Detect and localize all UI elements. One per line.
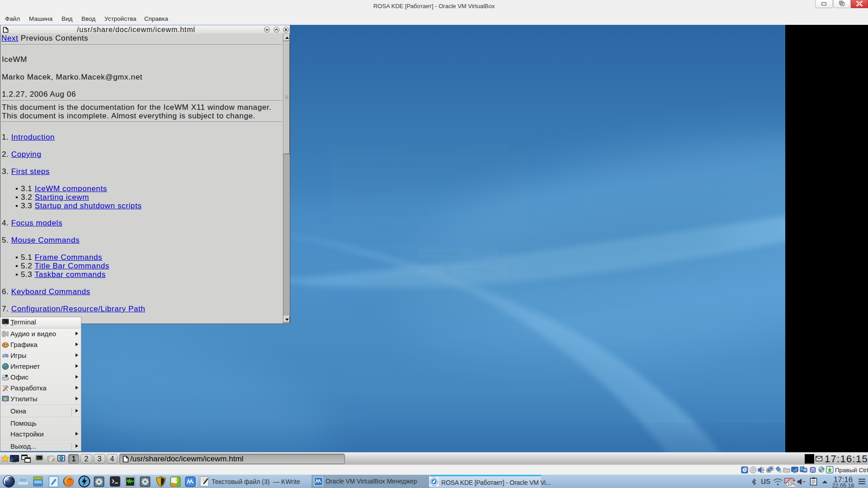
svg-text:Весь экран: Весь экран (353, 186, 390, 193)
svg-text:Показывать границы окна: Показывать границы окна (353, 224, 440, 231)
svg-text:Захват области экрана: Захват области экрана (353, 209, 429, 217)
svg-text:Только активное окно: Только активное окно (353, 197, 425, 205)
svg-text:Сделать снимок экрана: Сделать снимок экрана (338, 161, 417, 169)
svg-text:Задержка:: Задержка: (383, 249, 418, 257)
svg-text:0 секунд(ы): 0 секунд(ы) (421, 249, 460, 257)
svg-text:OK: OK (409, 267, 420, 274)
svg-text:Снимок экрана: Снимок экрана (405, 146, 455, 154)
svg-text:Область: Область (418, 173, 447, 181)
svg-text:✕ Отмена: ✕ Отмена (461, 267, 495, 274)
svg-text:Показывать курсор мыши: Показывать курсор мыши (353, 235, 439, 243)
